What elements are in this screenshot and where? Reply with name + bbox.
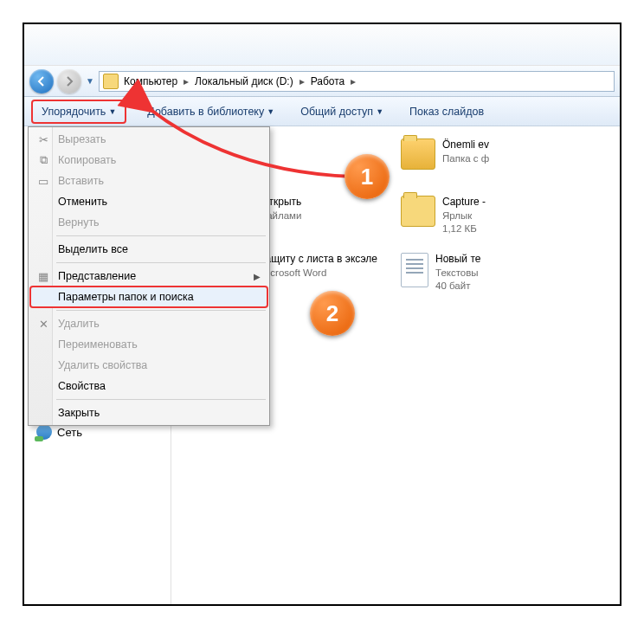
chevron-right-icon[interactable]: ▸ <box>179 75 193 87</box>
organize-label: Упорядочить <box>42 106 106 118</box>
menu-separator <box>56 310 266 311</box>
menu-folder-options[interactable]: Параметры папок и поиска <box>30 287 267 307</box>
cut-icon: ✂ <box>36 132 50 146</box>
menu-delete[interactable]: ✕Удалить <box>30 313 267 334</box>
file-item[interactable]: Capture -Ярлык1,12 КБ <box>401 196 613 246</box>
annotation-marker-1: 1 <box>345 154 390 199</box>
nav-bar: ▼ Компьютер ▸ Локальный диск (D:) ▸ Рабо… <box>24 66 620 97</box>
menu-separator <box>56 262 266 263</box>
titlebar-area <box>24 24 620 66</box>
shortcut-icon <box>401 196 435 227</box>
chevron-right-icon: ▶ <box>254 272 267 281</box>
annotation-marker-2: 2 <box>310 291 355 336</box>
paste-icon: ▭ <box>36 174 50 188</box>
organize-button[interactable]: Упорядочить ▼ <box>36 102 121 121</box>
menu-close[interactable]: Закрыть <box>30 402 267 423</box>
delete-icon: ✕ <box>36 317 50 331</box>
menu-rename[interactable]: Переименовать <box>30 334 267 355</box>
copy-icon: ⧉ <box>36 153 50 167</box>
annotation-highlight-1: Упорядочить ▼ <box>31 100 126 124</box>
chevron-right-icon[interactable]: ▸ <box>295 75 309 87</box>
breadcrumb-item[interactable]: Компьютер <box>122 75 179 87</box>
breadcrumb-item[interactable]: Работа <box>309 75 347 87</box>
chevron-down-icon: ▼ <box>108 107 116 116</box>
file-item[interactable]: Новый теТекстовы40 байт <box>401 253 613 303</box>
menu-select-all[interactable]: Выделить все <box>30 239 267 260</box>
nav-history-dropdown[interactable]: ▼ <box>85 71 95 92</box>
folder-icon <box>103 74 119 89</box>
nav-back-button[interactable] <box>29 69 54 93</box>
nav-forward-button[interactable] <box>57 69 81 93</box>
menu-separator <box>56 235 266 236</box>
chevron-right-icon[interactable]: ▸ <box>346 75 360 87</box>
breadcrumb-item[interactable]: Локальный диск (D:) <box>193 75 295 87</box>
folder-icon <box>401 138 435 170</box>
menu-properties[interactable]: Свойства <box>30 376 267 396</box>
text-document-icon <box>401 253 428 287</box>
annotation-arrow <box>137 99 362 197</box>
menu-separator <box>56 399 266 400</box>
menu-view[interactable]: ▦Представление▶ <box>30 266 267 287</box>
menu-redo[interactable]: Вернуть <box>30 212 267 233</box>
layout-icon: ▦ <box>36 269 50 283</box>
network-icon <box>36 424 52 440</box>
chevron-down-icon: ▼ <box>376 107 383 116</box>
menu-remove-props[interactable]: Удалить свойства <box>30 355 267 376</box>
slideshow-button[interactable]: Показ слайдов <box>404 102 489 121</box>
file-item[interactable]: Önemli evПапка с ф <box>401 138 613 189</box>
breadcrumb[interactable]: Компьютер ▸ Локальный диск (D:) ▸ Работа… <box>99 71 615 92</box>
